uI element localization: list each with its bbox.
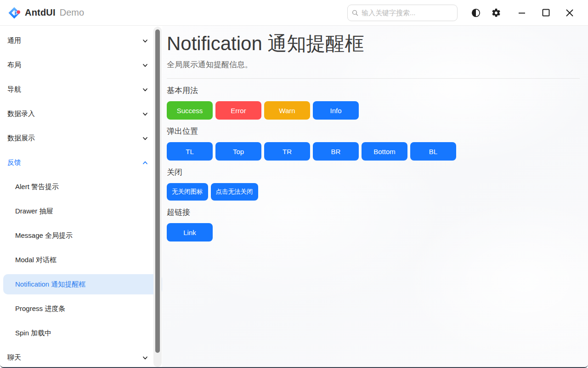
error-button[interactable]: Error <box>215 101 261 120</box>
warn-button[interactable]: Warn <box>264 101 310 120</box>
sidebar-item-spin[interactable]: Spin 加载中 <box>0 321 162 345</box>
sidebar-group-label: 数据录入 <box>7 109 35 118</box>
sidebar-item-label: Progress 进度条 <box>15 305 65 313</box>
maximize-button[interactable] <box>534 4 558 22</box>
sidebar-item-modal[interactable]: Modal 对话框 <box>0 248 162 272</box>
chevron-down-icon <box>142 86 148 93</box>
bottom-button[interactable]: Bottom <box>362 142 407 161</box>
sidebar-group-label: 导航 <box>7 85 21 94</box>
section-heading-basic-usage: 基本用法 <box>167 85 581 96</box>
sidebar: 通用 布局 导航 数据录入 数据展示 反馈 <box>0 26 162 367</box>
sidebar-scrollbar-track <box>153 27 162 367</box>
sidebar-group-label: 数据展示 <box>7 134 35 143</box>
theme-toggle-icon <box>471 8 481 18</box>
click-cannot-close-button[interactable]: 点击无法关闭 <box>211 183 258 201</box>
close-button[interactable] <box>558 4 582 22</box>
sidebar-scrollbar-thumb[interactable] <box>155 29 160 353</box>
sidebar-item-label: Modal 对话框 <box>15 256 57 264</box>
sidebar-group-layout[interactable]: 布局 <box>0 53 162 77</box>
info-button[interactable]: Info <box>313 101 359 120</box>
antdui-logo-icon <box>7 6 21 20</box>
sidebar-item-drawer[interactable]: Drawer 抽屉 <box>0 199 162 224</box>
minimize-icon <box>518 9 526 17</box>
titlebar: AntdUI Demo <box>0 0 588 26</box>
chevron-down-icon <box>142 38 148 44</box>
chevron-down-icon <box>142 62 148 69</box>
sidebar-group-data-entry[interactable]: 数据录入 <box>0 102 162 126</box>
divider <box>167 78 580 79</box>
tr-button[interactable]: TR <box>264 142 310 161</box>
sidebar-item-label: Spin 加载中 <box>15 329 51 338</box>
main-content: Notification 通知提醒框 全局展示通知提醒信息。 基本用法 Succ… <box>162 26 588 367</box>
sidebar-group-label: 聊天 <box>7 353 21 362</box>
app-subtitle: Demo <box>60 7 84 18</box>
section-heading-popup-position: 弹出位置 <box>167 126 581 137</box>
basic-usage-buttons: Success Error Warn Info <box>167 101 581 120</box>
sidebar-item-message[interactable]: Message 全局提示 <box>0 224 162 248</box>
search-box <box>347 5 458 21</box>
sidebar-item-alert[interactable]: Alert 警告提示 <box>0 175 162 199</box>
top-button[interactable]: Top <box>215 142 261 161</box>
settings-gear-icon <box>491 8 501 18</box>
section-heading-close: 关闭 <box>167 167 581 178</box>
close-demo-buttons: 无关闭图标 点击无法关闭 <box>167 183 581 201</box>
no-close-icon-button[interactable]: 无关闭图标 <box>167 183 208 201</box>
sidebar-group-feedback[interactable]: 反馈 <box>0 150 162 175</box>
chevron-down-icon <box>142 111 148 117</box>
tl-button[interactable]: TL <box>167 142 213 161</box>
br-button[interactable]: BR <box>313 142 359 161</box>
sidebar-group-navigation[interactable]: 导航 <box>0 77 162 102</box>
search-input[interactable] <box>347 5 458 21</box>
success-button[interactable]: Success <box>167 101 213 120</box>
hyperlink-buttons: Link <box>167 223 581 242</box>
sidebar-item-notification[interactable]: Notification 通知提醒框 <box>0 272 162 297</box>
sidebar-group-label: 通用 <box>7 36 21 45</box>
popup-position-buttons: TL Top TR BR Bottom BL <box>167 142 581 161</box>
minimize-button[interactable] <box>510 4 534 22</box>
page-title: Notification 通知提醒框 <box>167 32 581 56</box>
sidebar-item-label: Drawer 抽屉 <box>15 207 53 216</box>
sidebar-group-label: 布局 <box>7 61 21 69</box>
page-description: 全局展示通知提醒信息。 <box>167 59 581 70</box>
close-icon <box>565 9 574 17</box>
theme-toggle-button[interactable] <box>466 4 486 22</box>
chevron-up-icon <box>142 160 148 166</box>
sidebar-item-label: Alert 警告提示 <box>15 183 59 191</box>
chevron-down-icon <box>142 355 148 361</box>
settings-button[interactable] <box>486 4 506 22</box>
link-button[interactable]: Link <box>167 223 213 242</box>
chevron-down-icon <box>142 135 148 142</box>
sidebar-group-data-display[interactable]: 数据展示 <box>0 126 162 150</box>
search-icon <box>351 9 359 17</box>
sidebar-group-general[interactable]: 通用 <box>0 29 162 53</box>
sidebar-item-label: Notification 通知提醒框 <box>15 280 85 289</box>
sidebar-group-chat[interactable]: 聊天 <box>0 345 162 367</box>
sidebar-item-progress[interactable]: Progress 进度条 <box>0 297 162 321</box>
section-heading-hyperlink: 超链接 <box>167 207 581 218</box>
app-title: AntdUI <box>25 7 56 18</box>
window-controls <box>510 4 582 22</box>
maximize-icon <box>542 9 550 17</box>
bl-button[interactable]: BL <box>410 142 456 161</box>
sidebar-item-label: Message 全局提示 <box>15 231 73 240</box>
app-window: AntdUI Demo <box>0 0 588 368</box>
sidebar-group-label: 反馈 <box>7 158 21 167</box>
